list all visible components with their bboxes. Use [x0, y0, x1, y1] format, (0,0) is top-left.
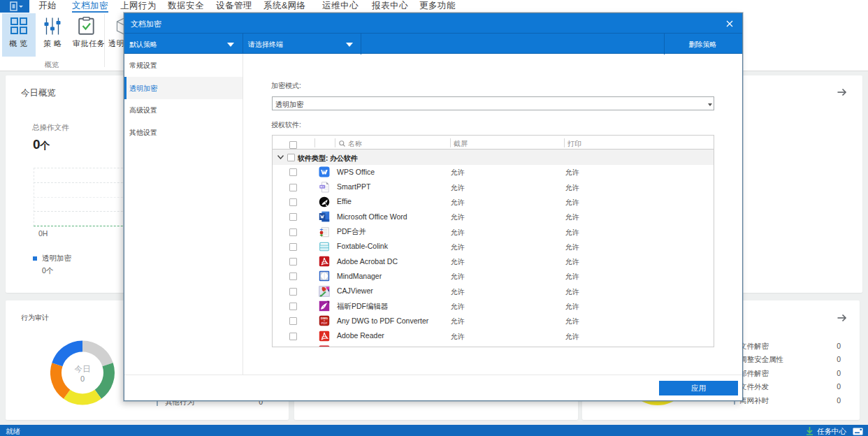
svg-text:DWG: DWG [321, 317, 328, 320]
svg-text:PDF: PDF [321, 322, 328, 326]
